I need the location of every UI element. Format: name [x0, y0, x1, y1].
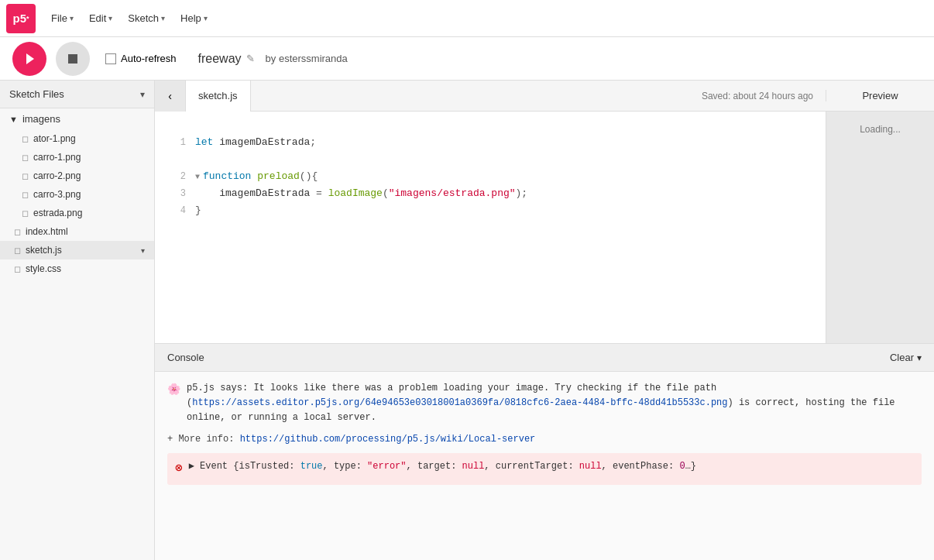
toolbar: Auto-refresh freeway ✎ by esterssmiranda — [0, 37, 934, 81]
menu-file[interactable]: File ▾ — [45, 9, 80, 27]
console-message: 🌸 p5.js says: It looks like there was a … — [167, 381, 922, 426]
file-name: index.html — [26, 226, 68, 237]
file-carro3[interactable]: ◻ carro-3.png — [0, 185, 154, 204]
collapse-sidebar-button[interactable]: ‹ — [155, 81, 186, 112]
file-icon: ◻ — [22, 171, 29, 181]
file-icon: ◻ — [14, 264, 21, 274]
error-icon: ⊗ — [175, 459, 183, 479]
menu-help[interactable]: Help ▾ — [174, 9, 214, 27]
error-text: ▶ Event {isTrusted: true, type: "error",… — [189, 459, 696, 479]
more-info: + More info: https://github.com/processi… — [167, 432, 922, 447]
auto-refresh-label: Auto-refresh — [121, 53, 177, 64]
play-button[interactable] — [12, 42, 46, 76]
file-icon: ◻ — [22, 153, 29, 163]
menu-bar: p5* File ▾ Edit ▾ Sketch ▾ Help ▾ — [0, 0, 934, 37]
sidebar: Sketch Files ▾ ▼ imagens ◻ ator-1.png ◻ … — [0, 81, 155, 560]
file-icon: ◻ — [22, 190, 29, 200]
flower-icon: 🌸 — [167, 381, 180, 426]
editor-tab[interactable]: sketch.js — [186, 81, 251, 112]
file-icon: ◻ — [22, 208, 29, 218]
file-name: carro-3.png — [33, 189, 81, 200]
main-layout: Sketch Files ▾ ▼ imagens ◻ ator-1.png ◻ … — [0, 81, 934, 560]
code-line: 1 let imagemDaEstrada; — [155, 135, 826, 152]
file-sketch-js[interactable]: ◻ sketch.js ▾ — [0, 241, 154, 259]
file-name: carro-2.png — [33, 170, 81, 181]
console-title: Console — [167, 352, 204, 363]
sidebar-title: Sketch Files — [9, 88, 64, 100]
auto-refresh-checkbox[interactable] — [105, 53, 116, 64]
error-link[interactable]: https://assets.editor.p5js.org/64e94653e… — [192, 397, 727, 408]
file-icon: ◻ — [22, 134, 29, 144]
code-line: 4 } — [155, 203, 826, 220]
svg-rect-1 — [68, 54, 77, 64]
menu-sketch[interactable]: Sketch ▾ — [122, 9, 171, 27]
sketch-arrow-icon: ▾ — [161, 14, 165, 22]
file-name: sketch.js — [26, 245, 62, 256]
console-area: Console Clear ▾ 🌸 p5.js says: It looks l… — [155, 343, 934, 560]
file-carro1[interactable]: ◻ carro-1.png — [0, 148, 154, 167]
file-ator1[interactable]: ◻ ator-1.png — [0, 129, 154, 148]
code-line — [155, 152, 826, 169]
help-arrow-icon: ▾ — [204, 14, 208, 22]
file-name: carro-1.png — [33, 152, 81, 163]
code-line: 2 ▼function preload(){ — [155, 169, 826, 186]
saved-info: Saved: about 24 hours ago — [689, 91, 826, 101]
file-name: ator-1.png — [33, 133, 76, 144]
file-name: style.css — [26, 263, 61, 274]
folder-name: imagens — [22, 113, 60, 125]
stop-button[interactable] — [56, 42, 90, 76]
folder-imagens[interactable]: ▼ imagens — [0, 108, 154, 129]
edit-name-icon[interactable]: ✎ — [246, 53, 255, 64]
console-header: Console Clear ▾ — [155, 344, 934, 372]
file-icon: ◻ — [14, 246, 21, 256]
sidebar-collapse-icon[interactable]: ▾ — [140, 89, 145, 100]
clear-console-button[interactable]: Clear ▾ — [890, 352, 922, 363]
editor-area: ‹ sketch.js Saved: about 24 hours ago Pr… — [155, 81, 934, 560]
file-estrada[interactable]: ◻ estrada.png — [0, 204, 154, 222]
console-body: 🌸 p5.js says: It looks like there was a … — [155, 372, 934, 560]
file-arrow-icon: ▾ — [70, 14, 74, 22]
file-carro2[interactable]: ◻ carro-2.png — [0, 167, 154, 185]
code-line — [155, 118, 826, 135]
file-index-html[interactable]: ◻ index.html — [0, 222, 154, 241]
preview-label: Preview — [850, 90, 910, 101]
by-author: by esterssmiranda — [266, 53, 348, 64]
auto-refresh-area: Auto-refresh — [105, 53, 177, 64]
clear-label: Clear — [890, 352, 914, 363]
sketch-expand-icon: ▾ — [141, 246, 145, 255]
clear-arrow-icon: ▾ — [917, 352, 922, 363]
folder-expand-icon: ▼ — [9, 115, 18, 124]
code-line: 3 imagemDaEstrada = loadImage("imagens/e… — [155, 186, 826, 203]
svg-marker-0 — [26, 53, 34, 64]
code-editor[interactable]: 1 let imagemDaEstrada; 2 ▼function prelo… — [155, 112, 826, 343]
file-name: estrada.png — [33, 208, 82, 218]
sidebar-header: Sketch Files ▾ — [0, 81, 154, 108]
loading-text: Loading... — [853, 118, 907, 141]
preview-panel: Loading... — [826, 112, 934, 343]
menu-edit[interactable]: Edit ▾ — [83, 9, 118, 27]
p5-logo: p5* — [6, 4, 36, 33]
editor-header: ‹ sketch.js Saved: about 24 hours ago Pr… — [155, 81, 934, 112]
file-style-css[interactable]: ◻ style.css — [0, 259, 154, 278]
more-info-link[interactable]: https://github.com/processing/p5.js/wiki… — [240, 434, 536, 445]
error-row: ⊗ ▶ Event {isTrusted: true, type: "error… — [167, 453, 922, 486]
console-text: p5.js says: It looks like there was a pr… — [187, 381, 922, 426]
file-icon: ◻ — [14, 227, 21, 237]
sketch-name: freeway — [198, 52, 242, 66]
sketch-name-area: freeway ✎ by esterssmiranda — [198, 52, 348, 66]
edit-arrow-icon: ▾ — [108, 14, 112, 22]
